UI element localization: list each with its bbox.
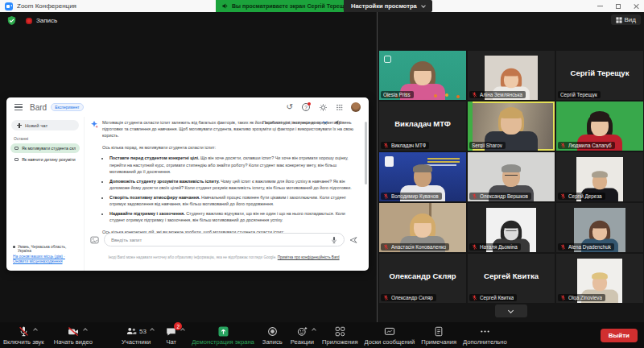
participant-tile[interactable]: Olesia Priss [379,51,466,100]
user-avatar[interactable] [351,102,361,112]
chat-bubble-icon [14,147,19,150]
participant-name-label: Володимир Кувачов [381,193,442,200]
voice-input-icon[interactable] [331,236,337,244]
participant-name-label: Sergii Sharov [469,142,506,149]
participant-tile[interactable]: Olga Zinovieva [556,254,643,303]
muted-mic-icon [560,295,566,300]
response-bullet: Допоможіть студенту зрозуміти важливість… [109,178,356,191]
chevron-up-icon[interactable] [312,328,316,333]
participants-icon [126,325,138,338]
response-bullet: Створіть позитивну атмосферу навчання. Н… [109,194,356,207]
record-button[interactable]: Запись [262,325,283,346]
muted-mic-icon [383,295,389,300]
muted-mic-icon [472,92,477,97]
meeting-toolbar: Включить звук Начать видео 53 Участники … [0,322,644,348]
participant-tile[interactable]: Володимир Кувачов [379,152,466,201]
muted-mic-icon [383,244,389,250]
participant-tile[interactable]: Викладач МТФ Викладач МТФ [379,102,466,151]
muted-mic-icon [560,244,566,250]
shared-screen-area: Bard Експеримент ↺ ? Переглянути інші че… [0,12,377,322]
whiteboards-button[interactable]: Доски сообщений [365,325,415,346]
chat-history-item[interactable]: Як навчити дитину розуміти др... [10,155,80,164]
participants-button[interactable]: 53 Участники [122,325,151,346]
recording-indicator-icon[interactable] [26,18,32,24]
start-video-button[interactable]: Начать видео [54,325,93,346]
participant-tile[interactable]: Олександр Скляр Олександр Скляр [379,254,466,303]
more-participants-button[interactable] [495,304,527,317]
reactions-icon [296,325,308,338]
muted-mic-icon [383,193,389,199]
response-bullet: Надавайте підтримку і заохочення. Студен… [109,210,356,223]
participant-count: 53 [139,328,147,335]
screen-share-banner: Вы просматриваете экран Сергій Терещук [216,0,356,12]
chevron-up-icon[interactable] [83,328,88,333]
minimize-button[interactable] [597,6,603,7]
chevron-down-icon [508,307,514,313]
send-icon[interactable] [349,236,357,244]
settings-gear-icon[interactable] [319,103,328,112]
close-button[interactable] [634,3,639,9]
chevron-up-icon[interactable] [150,328,155,333]
speaker-icon [221,2,229,10]
apps-button[interactable]: Приложения [322,325,357,346]
security-shield-icon[interactable] [6,15,17,26]
update-location-link[interactable]: На основі ваших місць (дім) · Оновити мі… [13,255,80,265]
new-chat-button[interactable]: Новий чат [11,120,79,130]
notes-icon [433,325,444,338]
participant-tile[interactable]: Олександр Вершков [468,152,555,201]
more-button[interactable]: Дополнительно [463,325,507,346]
view-options-button[interactable]: Настройки просмотра [344,0,432,12]
background-text-decoration [427,158,460,160]
chevron-up-icon[interactable] [33,328,38,333]
participant-tile[interactable]: Сергій Терещук Сергій Терещук [556,51,643,100]
experiment-badge: Експеримент [51,103,83,111]
participant-display-name: Викладач МТФ [379,119,466,128]
chat-bubble-icon [14,158,19,161]
window-title: Zoom Конференция [17,2,76,10]
help-icon[interactable]: ? [302,103,310,111]
view-layout-button[interactable]: Вид [611,14,641,25]
participant-display-name: Сергій Терещук [556,68,643,77]
more-dots-icon [479,325,491,338]
zoom-meeting-window: Zoom Конференция Вы просматриваете экран… [0,0,644,348]
chat-button[interactable]: 2 Чат [165,325,177,346]
participant-tile[interactable]: Сергій Дереза [556,152,643,201]
location-info: Умань, Черкаська область, Україна На осн… [13,245,80,265]
leave-meeting-button[interactable]: Выйти [601,329,638,342]
response-tips-lead: Ось кілька порад, як мотивувати студента… [102,144,356,151]
whiteboard-icon [383,325,396,338]
notes-button[interactable]: Примечания [421,325,456,346]
prompt-placeholder: Введіть запит [111,238,331,242]
university-logo [385,156,394,167]
chevron-up-icon[interactable] [180,328,185,333]
location-pin-icon [13,246,15,248]
bard-header: Bard Експеримент ↺ ? [6,97,369,117]
participant-tile[interactable]: Анастасія Коноваленко [379,203,466,252]
participant-display-name: Сергей Квитка [468,271,555,280]
reactions-button[interactable]: Реакции [291,325,314,346]
participant-tile[interactable]: Аліна Землянська [468,51,555,100]
scrollbar-thumb[interactable] [365,122,367,184]
chat-history-item-selected[interactable]: Як мотивувати студента скла... [10,143,80,153]
participant-tile[interactable]: Alena Dyadenchuk [556,203,643,252]
response-intro: Мотивація студента скласти іспит залежит… [102,119,356,139]
participant-tile-active-speaker[interactable]: Sergii Sharov [468,102,555,151]
participant-name-label: Анастасія Коноваленко [381,243,449,251]
share-screen-button[interactable]: Демонстрация экрана [192,325,254,346]
muted-mic-icon [472,244,477,250]
menu-icon[interactable] [14,104,23,110]
apps-grid-icon[interactable] [336,105,342,110]
participant-tile[interactable]: Сергей Квитка Сергей Квитка [468,254,555,303]
upload-image-icon[interactable] [90,236,99,244]
unmute-button[interactable]: Включить звук [3,325,44,346]
history-icon[interactable]: ↺ [287,103,293,111]
participant-tile[interactable]: Людмила Салагуб [556,102,643,151]
chevron-down-icon [421,3,426,8]
prompt-input[interactable]: Введіть запит [104,233,345,246]
background-logo [384,56,391,63]
privacy-notice-link[interactable]: Примітка про конфіденційність Bard [278,255,340,259]
muted-mic-icon [560,193,566,199]
participant-tile[interactable]: Наталя Дьоміна [468,203,555,252]
maximize-button[interactable] [616,4,621,9]
participant-name-label: Олександр Скляр [381,294,436,301]
